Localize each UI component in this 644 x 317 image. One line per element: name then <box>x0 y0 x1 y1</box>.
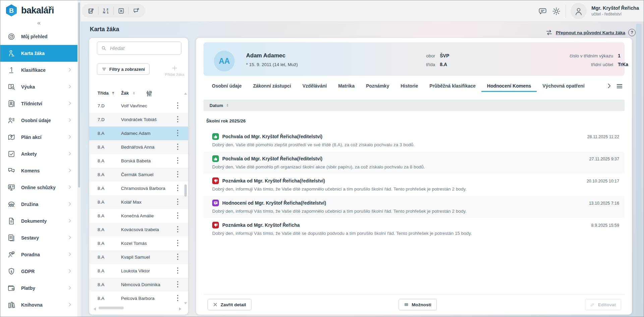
row-menu-icon[interactable] <box>174 267 181 275</box>
column-header-date[interactable]: Datum <box>210 103 223 108</box>
tab-matrika[interactable]: Matrika <box>333 81 360 92</box>
sidebar-item-online-sch-zky[interactable]: Online schůzky <box>0 179 77 196</box>
tab-pozn-mky[interactable]: Poznámky <box>360 81 395 92</box>
class-book-icon[interactable] <box>83 4 98 17</box>
filters-button[interactable]: Filtry a zobrazení <box>97 63 150 75</box>
user-avatar[interactable] <box>571 3 587 19</box>
student-row[interactable]: 7.DVolf Vavřinec <box>89 99 188 113</box>
sidebar-item-ankety[interactable]: Ankety <box>0 146 77 162</box>
messages-icon[interactable] <box>538 7 547 16</box>
row-menu-icon[interactable] <box>174 143 181 151</box>
student-row[interactable]: 8.AKovácsová Izabela <box>89 223 188 236</box>
list-vertical-scrollbar-thumb[interactable] <box>184 184 187 197</box>
row-menu-icon[interactable] <box>174 115 181 124</box>
student-row[interactable]: 8.AAdamec Adam <box>89 126 188 140</box>
student-row[interactable]: 8.ANěmcová Dominika <box>89 278 188 292</box>
evaluation-entry[interactable]: Pochvala od Mgr. Kryštof Řeřicha(ředitel… <box>203 152 625 174</box>
tab-vzd-l-v-n-[interactable]: Vzdělávání <box>297 81 332 92</box>
add-student-button[interactable]: Přidat žáka <box>164 63 185 78</box>
row-menu-icon[interactable] <box>174 280 181 289</box>
sidebar-item-osobn-daje[interactable]: Osobní údaje <box>0 112 77 129</box>
list-horizontal-scrollbar-thumb[interactable] <box>99 307 124 309</box>
row-menu-icon[interactable] <box>174 212 181 220</box>
student-row[interactable]: 8.AChramostová Barbora <box>89 181 188 195</box>
switch-icon <box>545 29 553 36</box>
row-menu-icon[interactable] <box>174 225 181 234</box>
student-row[interactable]: 8.ABorská Babeta <box>89 154 188 168</box>
tab-v-chovn-opat-en-[interactable]: Výchovná opatření <box>537 81 590 92</box>
row-menu-icon[interactable] <box>174 239 181 248</box>
student-row[interactable]: 8.APelcová Barbora <box>89 292 188 305</box>
tab-historie[interactable]: Historie <box>395 81 424 92</box>
sidebar-item-m-j-p-ehled[interactable]: Můj přehled <box>0 28 77 45</box>
tab-osobn-daje[interactable]: Osobní údaje <box>206 81 247 92</box>
sidebar-item-knihovna[interactable]: Knihovna <box>0 297 77 313</box>
row-menu-icon[interactable] <box>174 253 181 261</box>
row-menu-icon[interactable] <box>174 294 181 303</box>
evaluation-entry[interactable]: Hodnocení od Mgr. Kryštof Řeřicha(ředite… <box>203 196 625 218</box>
evaluation-entry[interactable]: Poznámka od Mgr. Kryštof Řeřicha(ředitel… <box>203 174 625 196</box>
tab-hodnocen-komens[interactable]: Hodnocení Komens <box>481 81 537 92</box>
edit-button[interactable]: Editovat <box>585 299 621 310</box>
column-header-student[interactable]: Žák <box>121 91 129 96</box>
row-menu-icon[interactable] <box>174 129 181 138</box>
sidebar-scrollbar-thumb[interactable] <box>78 2 80 188</box>
student-row[interactable]: 8.AKozel Tomás <box>89 236 188 250</box>
scroll-left-icon[interactable] <box>93 306 96 310</box>
tab-z-konn-z-stupci[interactable]: Zákonní zástupci <box>247 81 297 92</box>
student-row[interactable]: 7.DVondráček Tobiáš <box>89 113 188 126</box>
sidebar-item-platby[interactable]: Platby <box>0 280 77 297</box>
sidebar-scrollbar[interactable] <box>77 0 81 317</box>
tabs-next-icon[interactable] <box>606 83 612 89</box>
evaluation-entry[interactable]: Poznámka od Mgr. Kryštof Řeřicha8.9.2025… <box>203 218 625 240</box>
absence-icon[interactable] <box>114 4 128 17</box>
thumb-down-icon <box>212 222 219 228</box>
switch-to-original-card-link[interactable]: Přepnout na původní Kartu žáka <box>556 30 625 35</box>
sidebar-item-komens[interactable]: Komens <box>0 162 77 179</box>
row-menu-icon[interactable] <box>174 198 181 206</box>
options-button[interactable]: Možnosti <box>399 299 437 310</box>
scroll-down-icon[interactable] <box>184 300 187 303</box>
student-row[interactable]: 8.ABednářová Anna <box>89 140 188 154</box>
student-row[interactable]: 8.AKolář Max <box>89 195 188 209</box>
sidebar-item-sestavy[interactable]: Sestavy <box>0 229 77 246</box>
row-menu-icon[interactable] <box>174 170 181 179</box>
column-settings-icon[interactable] <box>145 90 153 98</box>
user-menu[interactable]: Mgr. Kryštof Řeřicha učitel - ředitelstv… <box>591 6 639 16</box>
gear-icon[interactable] <box>552 7 561 16</box>
sidebar-item-v-uka[interactable]: Výuka <box>0 78 77 95</box>
entry-title: Pochvala od Mgr. Kryštof Řeřicha(ředitel… <box>222 156 323 161</box>
new-message-icon[interactable] <box>129 4 143 17</box>
scroll-right-icon[interactable] <box>179 306 182 310</box>
tab-pr-b-n-klasifikace[interactable]: Průběžná klasifikace <box>424 81 481 92</box>
grades-icon[interactable]: 1 2N 1 <box>99 4 113 17</box>
scroll-up-icon[interactable] <box>184 90 187 93</box>
sidebar-item-poradna[interactable]: Poradna <box>0 246 77 263</box>
field-value: TrKa <box>618 62 628 67</box>
student-row[interactable]: 8.AKonečná Amálie <box>89 209 188 223</box>
sidebar-item-klasifikace[interactable]: Klasifikace <box>0 62 77 78</box>
sidebar-item-gdpr[interactable]: §GDPR <box>0 263 77 280</box>
student-row-name: Adamec Adam <box>121 131 151 136</box>
search-input[interactable] <box>109 45 177 51</box>
sidebar-item-karta-ka[interactable]: Karta žáka <box>0 45 77 62</box>
student-row[interactable]: 8.AČermák Samuel <box>89 168 188 181</box>
row-menu-icon[interactable] <box>174 157 181 165</box>
sort-icon[interactable] <box>226 103 229 108</box>
sidebar-nav: Můj přehledKarta žákaKlasifikaceVýukaTří… <box>0 28 77 313</box>
evaluation-entry[interactable]: Pochvala od Mgr. Kryštof Řeřicha(ředitel… <box>203 129 625 152</box>
sidebar-item-dokumenty[interactable]: Dokumenty <box>0 213 77 229</box>
row-menu-icon[interactable] <box>174 184 181 193</box>
student-row[interactable]: 8.ALoukota Viktor <box>89 264 188 278</box>
row-menu-icon[interactable] <box>174 102 181 110</box>
student-row[interactable]: 8.AKvapil Samuel <box>89 250 188 264</box>
page-scrollbar[interactable] <box>636 24 642 315</box>
sidebar-item-t-dnictv-[interactable]: Třídnictví <box>0 95 77 112</box>
sidebar-collapse-button[interactable]: « <box>33 19 45 27</box>
help-button[interactable]: ? <box>628 29 636 36</box>
close-detail-button[interactable]: Zavřít detail <box>208 299 251 310</box>
tabs-menu-icon[interactable] <box>616 83 623 90</box>
sidebar-item-pl-n-akc-[interactable]: Plán akcí <box>0 129 77 146</box>
column-header-class[interactable]: Třída <box>98 91 109 96</box>
sidebar-item-dru-ina[interactable]: Družina <box>0 196 77 213</box>
